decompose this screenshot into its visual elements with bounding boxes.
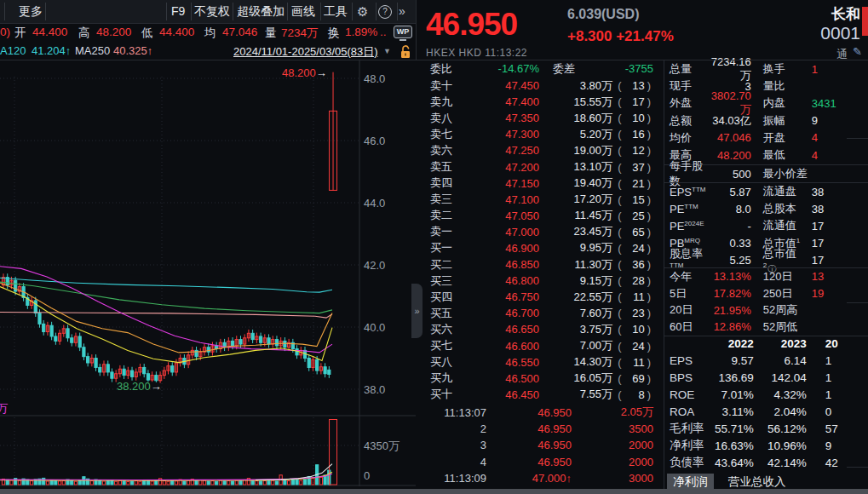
tick-list: 11:13:07 46.950 2.05万 2 46.950 3500 3 46… — [423, 403, 664, 486]
sell-row[interactable]: 卖一 47.000 23.45万 (65) — [423, 224, 664, 240]
clipped-prefix: 0) — [0, 26, 10, 38]
avg-label: 均 — [204, 26, 216, 41]
financial-row: 净利率 16.63% 10.96% 9 — [664, 437, 868, 454]
buy-row[interactable]: 买四 46.750 22.55万 (11) — [423, 289, 664, 305]
stats-quote-group: 总量 7234.16万 换手 1 现手 3 量比 外盘 3802.70万 内盘 … — [664, 60, 868, 164]
commission-ratio-row: 委比 -14.67% 委差 -3755 — [423, 60, 664, 78]
stat-row: 5日 17.82% 250日 19 — [664, 285, 868, 302]
menu-tools[interactable]: 工具 — [324, 0, 348, 23]
menu-adjust-mode[interactable]: 不复权 — [194, 0, 230, 23]
stat-row: 股息率TTM 5.25 总市值2ⓘ 17 — [664, 252, 868, 269]
ratio-label: 委比 — [430, 61, 474, 77]
top-toolbar: 更多 F9 不复权 超级叠加 画线 工具 ⚙ ? » — [0, 0, 416, 24]
menu-more[interactable]: 更多 — [19, 0, 43, 23]
help-icon[interactable]: ? — [378, 5, 392, 19]
stat-row: 20日 21.95% 52周高 — [664, 302, 868, 319]
sell-row[interactable]: 卖九 47.400 15.55万 (17) — [423, 94, 664, 110]
sell-levels: 卖十 47.450 3.80万 (13) 卖九 47.400 15.55万 (1… — [423, 78, 664, 240]
sell-row[interactable]: 卖六 47.250 19.00万 (12) — [423, 142, 664, 158]
buy-levels: 买一 46.900 9.95万 (24) 买二 46.850 11.30万 (3… — [423, 240, 664, 403]
financial-header: 2022 2023 20 — [664, 335, 868, 352]
y-tick-46: 46.0 — [364, 135, 385, 147]
stat-row: 现手 3 量比 — [664, 78, 868, 95]
financial-row: ROE 7.01% 4.32% 1 — [664, 386, 868, 403]
low-annotation: 38.200→ — [117, 380, 162, 393]
buy-row[interactable]: 买九 46.500 16.05万 (69) — [423, 370, 664, 387]
vol-tick-max: 4350万 — [364, 439, 400, 454]
ma250-label: MA250 — [75, 44, 110, 57]
chevron-down-icon[interactable]: ▼ — [383, 47, 391, 55]
financial-row: 毛利率 55.71% 56.12% 57 — [664, 420, 868, 437]
diff-label: 委差 — [553, 61, 587, 77]
buy-row[interactable]: 买三 46.800 9.15万 (28) — [423, 273, 664, 289]
sell-row[interactable]: 卖十 47.450 3.80万 (13) — [423, 78, 664, 94]
y-tick-38: 38.0 — [364, 383, 385, 396]
financial-row: 负债率 43.64% 42.14% 42 — [664, 454, 868, 471]
open-value: 44.400 — [32, 26, 67, 38]
price-change: +8.300 +21.47% — [567, 28, 674, 45]
menu-draw-line[interactable]: 画线 — [291, 0, 315, 23]
date-range-selector[interactable]: 2024/11/01-2025/03/05(83日) — [233, 44, 378, 60]
exchange-time: HKEX HKD 11:13:22 — [426, 47, 527, 59]
tick-row[interactable]: 11:13:07 46.950 2.05万 — [423, 405, 664, 421]
wp-monitor-stand — [400, 39, 406, 41]
sell-row[interactable]: 卖五 47.200 13.10万 (37) — [423, 158, 664, 175]
stat-row: 均价 47.046 开盘 4 — [664, 129, 868, 146]
sell-row[interactable]: 卖八 47.350 18.60万 (10) — [423, 110, 664, 126]
buy-row[interactable]: 买二 46.850 11.30万 (36) — [423, 256, 664, 273]
candlestick-chart[interactable] — [0, 60, 416, 490]
buy-row[interactable]: 买五 46.700 7.60万 (23) — [423, 305, 664, 321]
stat-row: 60日 12.86% 52周低 — [664, 319, 868, 336]
stats-valuation-group: EPSTTM 5.87 流通盘 38 PETTM 8.0 总股本 38 PE20… — [664, 183, 868, 269]
sell-row[interactable]: 卖七 47.300 5.20万 (16) — [423, 126, 664, 142]
turnover-ellipsis: .. — [380, 26, 387, 38]
buy-row[interactable]: 买八 46.550 14.30万 (11) — [423, 354, 664, 370]
y-tick-42: 42.0 — [364, 259, 385, 272]
wp-monitor-icon[interactable]: WP — [394, 26, 412, 38]
high-annotation: 48.200→ — [282, 66, 327, 79]
menu-f9[interactable]: F9 — [171, 0, 185, 23]
pencil-icon[interactable]: ✎ — [853, 45, 862, 58]
unlock-icon[interactable] — [400, 44, 411, 59]
stats-performance-group: 今年 13.13% 120日 13 5日 17.82% 250日 19 20日 … — [664, 268, 868, 336]
ma120-label: A120 — [0, 44, 26, 57]
clipped-volume-label: 万 — [0, 401, 8, 416]
panel-collapse-handle[interactable]: » — [411, 284, 423, 338]
tick-row[interactable]: 2 46.950 3500 — [423, 421, 664, 437]
sell-row[interactable]: 卖二 47.050 11.45万 (25) — [423, 208, 664, 224]
volume-value: 7234万 — [281, 26, 319, 41]
low-value: 44.400 — [159, 26, 194, 38]
order-book: 委比 -14.67% 委差 -3755 卖十 47.450 3.80万 (13)… — [423, 60, 664, 486]
open-label: 开 — [14, 26, 26, 41]
menu-super-overlay[interactable]: 超级叠加 — [237, 0, 285, 23]
stat-row: PETTM 8.0 总股本 38 — [664, 200, 868, 217]
stock-name: 长和 — [690, 4, 860, 24]
financial-row: BPS 136.69 142.04 1 — [664, 369, 868, 386]
stat-row: 每手股数 500 最小价差 — [664, 165, 868, 182]
window-bottom-bar — [0, 489, 868, 494]
last-price: 46.950 — [426, 7, 517, 43]
ma250-value: 40.325↑ — [113, 44, 152, 57]
buy-row[interactable]: 买十 46.450 7.55万 (8) — [423, 387, 664, 403]
sell-row[interactable]: 卖三 47.100 17.20万 (15) — [423, 192, 664, 208]
buy-row[interactable]: 买七 46.600 7.00万 (24) — [423, 338, 664, 354]
buy-row[interactable]: 买六 46.650 3.75万 (10) — [423, 321, 664, 337]
clipped-flag — [862, 7, 868, 36]
stat-row: EPSTTM 5.87 流通盘 38 — [664, 183, 868, 200]
sell-row[interactable]: 卖四 47.150 19.40万 (21) — [423, 175, 664, 192]
gear-icon[interactable]: ⚙ — [357, 0, 368, 23]
tick-row[interactable]: 11:13:09 47.000↑ 3000 — [423, 470, 664, 486]
toolbar-expand-icon[interactable]: » — [399, 0, 405, 23]
tab-net-profit[interactable]: 净利润 — [667, 474, 714, 491]
tick-row[interactable]: 3 46.950 2000 — [423, 437, 664, 453]
tick-row[interactable]: 4 46.950 2000 — [423, 453, 664, 469]
buy-row[interactable]: 买一 46.900 9.95万 (24) — [423, 240, 664, 256]
ratio-value: -14.67% — [474, 62, 539, 75]
tab-total-revenue[interactable]: 营业总收入 — [722, 474, 792, 491]
financial-row: EPS 9.57 6.14 1 — [664, 352, 868, 369]
ma120-value: 41.204↑ — [32, 44, 71, 57]
vol-tick-zero: 0 — [364, 469, 370, 482]
financial-row: ROA 3.11% 2.04% 0 — [664, 403, 868, 420]
stat-row: 今年 13.13% 120日 13 — [664, 268, 868, 285]
stat-row: 外盘 3802.70万 内盘 3431 — [664, 95, 868, 112]
